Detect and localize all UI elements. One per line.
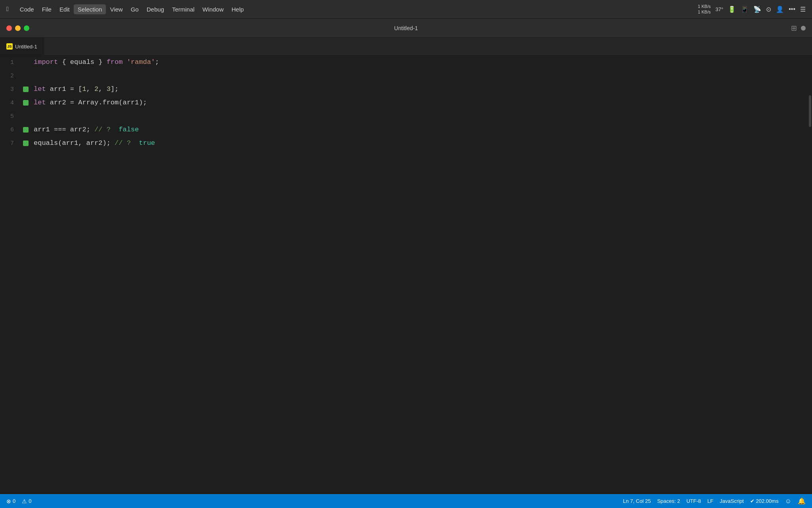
breakpoint-indicator[interactable] xyxy=(22,123,30,137)
breakpoint-indicator[interactable] xyxy=(22,96,30,110)
breakpoint-indicator[interactable] xyxy=(22,110,30,123)
js-lang-icon: JS xyxy=(6,43,13,50)
warning-count[interactable]: ⚠ 0 xyxy=(22,498,31,504)
line-row: 4let arr2 = Array.from(arr1); xyxy=(0,96,812,110)
breakpoint-indicator[interactable] xyxy=(22,137,30,150)
status-bar-right: Ln 7, Col 25 Spaces: 2 UTF-8 LF JavaScri… xyxy=(623,497,806,505)
warning-icon: ⚠ xyxy=(22,498,27,504)
title-bar: Untitled-1 ⊞ xyxy=(0,19,812,38)
code-line[interactable]: let arr2 = Array.from(arr1); xyxy=(30,96,147,110)
battery-icon: 🔋 xyxy=(728,6,736,13)
account-icon: 👤 xyxy=(776,6,784,13)
code-line[interactable]: equals(arr1, arr2); // ? true xyxy=(30,137,155,150)
error-icon: ⊗ xyxy=(6,498,11,504)
line-row: 7equals(arr1, arr2); // ? true xyxy=(0,137,812,150)
kb-stat: 1 KB/s 1 KB/s xyxy=(698,4,710,15)
line-row: 3let arr1 = [1, 2, 3]; xyxy=(0,83,812,96)
menu-item-go[interactable]: Go xyxy=(127,4,143,14)
cursor-position[interactable]: Ln 7, Col 25 xyxy=(623,497,651,505)
line-row: 5 xyxy=(0,110,812,123)
code-line[interactable]: arr1 === arr2; // ? false xyxy=(30,123,139,137)
menu-item-selection[interactable]: Selection xyxy=(74,4,106,14)
line-number: 5 xyxy=(0,113,22,120)
tab-untitled1[interactable]: JS Untitled-1 xyxy=(0,38,44,55)
menu-item-window[interactable]: Window xyxy=(199,4,228,14)
circle-icon: ⊙ xyxy=(766,6,771,13)
breakpoint-indicator[interactable] xyxy=(22,56,30,69)
indentation[interactable]: Spaces: 2 xyxy=(657,497,680,505)
eol[interactable]: LF xyxy=(707,497,713,505)
breakpoint-indicator[interactable] xyxy=(22,69,30,83)
error-count[interactable]: ⊗ 0 xyxy=(6,498,15,504)
code-line[interactable]: let arr1 = [1, 2, 3]; xyxy=(30,83,119,96)
line-row: 2 xyxy=(0,69,812,83)
line-number: 7 xyxy=(0,140,22,147)
timing: ✔ 202.00ms xyxy=(750,497,779,505)
minimize-button[interactable] xyxy=(15,25,21,31)
line-number: 2 xyxy=(0,73,22,79)
more-icon[interactable]: ••• xyxy=(789,6,795,13)
more-options-icon[interactable] xyxy=(801,26,806,31)
scrollbar-thumb[interactable] xyxy=(809,95,811,127)
maximize-button[interactable] xyxy=(24,25,29,31)
status-bar-left: ⊗ 0 ⚠ 0 xyxy=(6,498,31,504)
list-icon[interactable]: ☰ xyxy=(800,6,806,13)
line-number: 4 xyxy=(0,100,22,106)
encoding[interactable]: UTF-8 xyxy=(686,497,701,505)
status-bar: ⊗ 0 ⚠ 0 Ln 7, Col 25 Spaces: 2 UTF-8 LF … xyxy=(0,494,812,508)
menu-item-file[interactable]: File xyxy=(38,4,56,14)
menu-item-edit[interactable]: Edit xyxy=(56,4,74,14)
tab-bar: JS Untitled-1 xyxy=(0,38,812,56)
temperature: 37° xyxy=(716,6,724,12)
title-bar-actions: ⊞ xyxy=(791,24,806,33)
window-title: Untitled-1 xyxy=(394,25,418,31)
breakpoint-indicator[interactable] xyxy=(22,83,30,96)
language-mode[interactable]: JavaScript xyxy=(720,497,744,505)
notification-bell-icon[interactable]: 🔔 xyxy=(798,497,806,505)
menu-item-view[interactable]: View xyxy=(106,4,126,14)
feedback-icon[interactable]: ☺ xyxy=(785,497,791,505)
split-editor-icon[interactable]: ⊞ xyxy=(791,24,797,33)
airplay-icon: 📡 xyxy=(753,6,761,13)
code-editor[interactable]: 1import { equals } from 'ramda';23let ar… xyxy=(0,56,812,494)
vertical-scrollbar[interactable] xyxy=(806,56,812,494)
traffic-lights xyxy=(6,25,29,31)
menu-item-help[interactable]: Help xyxy=(228,4,248,14)
menu-item-code[interactable]: Code xyxy=(16,4,38,14)
menu-item-debug[interactable]: Debug xyxy=(143,4,168,14)
tab-label: Untitled-1 xyxy=(15,44,37,50)
code-line[interactable]: import { equals } from 'ramda'; xyxy=(30,56,159,69)
editor-area[interactable]: 1import { equals } from 'ramda';23let ar… xyxy=(0,56,812,494)
line-row: 1import { equals } from 'ramda'; xyxy=(0,56,812,69)
line-number: 3 xyxy=(0,86,22,93)
close-button[interactable] xyxy=(6,25,12,31)
menu-bar-right: 1 KB/s 1 KB/s 37° 🔋 📱 📡 ⊙ 👤 ••• ☰ xyxy=(698,4,806,15)
menu-bar:  CodeFileEditSelectionViewGoDebugTermin… xyxy=(0,0,812,19)
phone-icon: 📱 xyxy=(741,6,749,13)
line-number: 6 xyxy=(0,127,22,133)
line-number: 1 xyxy=(0,59,22,66)
line-row: 6arr1 === arr2; // ? false xyxy=(0,123,812,137)
apple-logo-icon[interactable]:  xyxy=(6,6,9,13)
menu-item-terminal[interactable]: Terminal xyxy=(168,4,199,14)
